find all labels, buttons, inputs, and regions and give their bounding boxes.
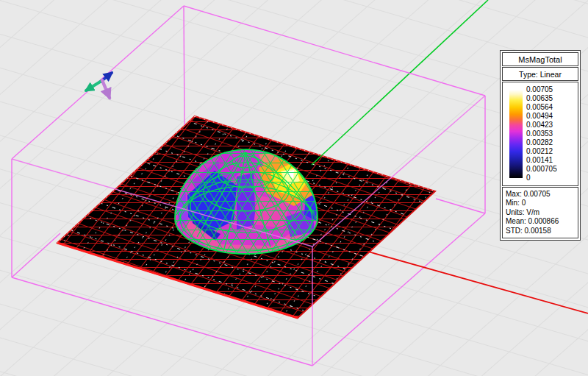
stat-line: STD: 0.00158 (506, 227, 575, 235)
stat-line: Mean: 0.000866 (506, 217, 575, 226)
scale-value: 0.00423 (526, 121, 557, 130)
3d-modeler-viewport[interactable]: MsMagTotal Type: Linear 0.00705 0.00635 … (0, 0, 588, 376)
stat-line: Units: V/m (506, 208, 575, 217)
scale-value: 0.000705 (526, 165, 557, 174)
scale-value: 0.00635 (526, 94, 557, 103)
stat-line: Max: 0.00705 (506, 190, 575, 199)
scale-value: 0.00705 (526, 85, 557, 94)
stat-line: Min: 0 (506, 199, 575, 207)
scale-value: 0.00494 (526, 112, 557, 121)
legend-scale-type: Type: Linear (502, 67, 578, 81)
scale-value: 0 (526, 174, 557, 182)
scale-value: 0.00564 (526, 103, 557, 112)
legend-panel[interactable]: MsMagTotal Type: Linear 0.00705 0.00635 … (500, 50, 581, 241)
scale-value: 0.00282 (526, 138, 557, 147)
legend-title: MsMagTotal (502, 52, 578, 66)
legend-stats: Max: 0.00705 Min: 0 Units: V/m Mean: 0.0… (502, 187, 578, 238)
color-scale-values: 0.00705 0.00635 0.00564 0.00494 0.00423 … (526, 85, 557, 182)
color-scale-bar (509, 90, 523, 178)
scale-value: 0.00212 (526, 147, 557, 156)
scale-value: 0.00353 (526, 130, 557, 138)
legend-color-scale: 0.00705 0.00635 0.00564 0.00494 0.00423 … (502, 82, 578, 186)
scale-value: 0.00141 (526, 156, 557, 165)
